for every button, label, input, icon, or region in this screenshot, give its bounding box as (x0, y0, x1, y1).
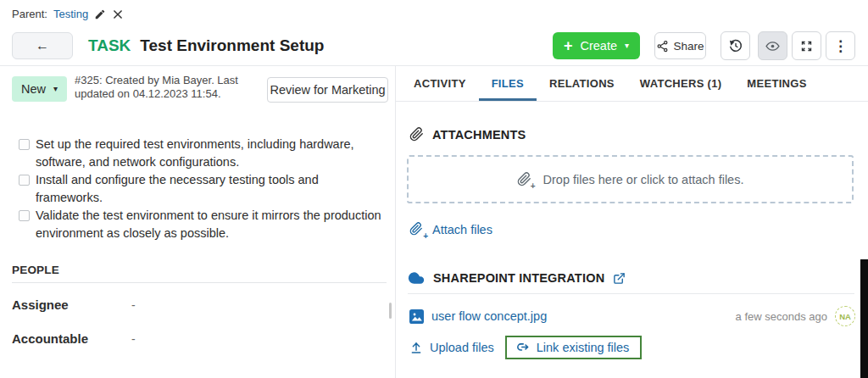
attachments-heading: ATTACHMENTS (409, 127, 526, 142)
list-item: Set up the required test environments, i… (19, 136, 388, 171)
sharepoint-heading: SHAREPOINT INTEGRATION (408, 270, 626, 286)
list-item: Install and configure the necessary test… (19, 171, 388, 207)
left-panel-scrollbar-thumb[interactable] (389, 303, 392, 319)
back-button[interactable]: ← (12, 32, 73, 59)
page-title: Test Environment Setup (140, 36, 324, 55)
tab-watchers[interactable]: WATCHERS (1) (627, 66, 735, 101)
cloud-icon (408, 270, 425, 286)
kebab-menu-icon: ⋮ (833, 37, 848, 55)
link-file-icon (515, 341, 530, 355)
checklist-item-text: Set up the required test environments, i… (36, 136, 388, 171)
create-button[interactable]: + Create ▾ (553, 32, 640, 59)
upload-files-label: Upload files (430, 341, 494, 354)
expand-icon (800, 40, 813, 53)
paperclip-icon (409, 127, 424, 142)
page-scrollbar-thumb[interactable] (860, 259, 868, 378)
tab-files[interactable]: FILES (479, 66, 537, 101)
file-timestamp: a few seconds ago (736, 310, 827, 323)
share-icon (656, 40, 669, 53)
sharepoint-divider (408, 293, 854, 294)
checklist-item-text: Validate the test environment to ensure … (36, 207, 388, 242)
accountable-label: Accountable (12, 331, 88, 346)
share-button[interactable]: Share (654, 32, 706, 59)
checkbox-unchecked[interactable] (19, 175, 30, 186)
back-arrow-icon: ← (36, 38, 49, 53)
eye-icon (765, 39, 780, 53)
remove-parent-icon[interactable] (112, 8, 124, 20)
list-item: Validate the test environment to ensure … (19, 207, 388, 242)
people-section-heading: PEOPLE (12, 264, 59, 276)
parent-label: Parent: (12, 8, 47, 20)
more-actions-button[interactable]: ⋮ (826, 31, 855, 60)
upload-icon (409, 341, 423, 354)
image-file-icon (409, 309, 424, 324)
status-dropdown[interactable]: New ▾ (12, 76, 67, 102)
link-existing-files-label: Link existing files (537, 341, 630, 354)
plus-icon: + (564, 38, 573, 53)
tab-activity[interactable]: ACTIVITY (401, 66, 479, 101)
file-actions-row: Upload files Link existing files (409, 336, 642, 359)
work-package-meta: #325: Created by Mia Bayer. Last updated… (75, 74, 273, 101)
link-existing-files-button[interactable]: Link existing files (515, 341, 630, 355)
review-for-marketing-button[interactable]: Review for Marketing (267, 77, 388, 103)
accountable-value[interactable]: - (131, 332, 136, 346)
paperclip-plus-icon: + (409, 222, 425, 237)
upload-files-button[interactable]: Upload files (409, 341, 494, 354)
tab-meetings[interactable]: MEETINGS (734, 66, 819, 101)
checkbox-unchecked[interactable] (19, 139, 30, 150)
tab-relations[interactable]: RELATIONS (537, 66, 627, 101)
attach-files-link[interactable]: + Attach files (409, 222, 492, 237)
detail-tabs: ACTIVITY FILES RELATIONS WATCHERS (1) ME… (396, 66, 868, 102)
work-package-title: TASK Test Environment Setup (88, 36, 324, 55)
attachments-heading-label: ATTACHMENTS (432, 128, 526, 142)
work-package-type[interactable]: TASK (88, 36, 131, 55)
history-icon (728, 38, 743, 53)
activity-history-button[interactable] (721, 31, 750, 60)
parent-link[interactable]: Testing (53, 8, 88, 20)
avatar: NA (835, 306, 855, 326)
checklist-item-text: Install and configure the necessary test… (36, 171, 388, 207)
file-dropzone[interactable]: + Drop files here or click to attach fil… (407, 155, 854, 203)
dropzone-text: Drop files here or click to attach files… (543, 173, 744, 186)
chevron-down-icon: ▾ (625, 42, 629, 50)
assignee-label: Assignee (12, 297, 69, 312)
fullscreen-button[interactable] (792, 31, 821, 60)
description-checklist: Set up the required test environments, i… (19, 136, 388, 242)
paperclip-plus-icon: + (517, 172, 532, 187)
share-button-label: Share (673, 40, 704, 53)
parent-bar: Parent: Testing (12, 8, 124, 20)
checkbox-unchecked[interactable] (19, 210, 30, 221)
external-link-icon[interactable] (613, 272, 626, 285)
people-divider (12, 282, 387, 283)
file-name-link[interactable]: user flow concept.jpg (431, 309, 547, 323)
watch-button[interactable] (758, 31, 787, 60)
status-label: New (21, 82, 46, 96)
panel-divider (395, 66, 396, 378)
assignee-value[interactable]: - (131, 298, 136, 312)
attach-files-label: Attach files (432, 223, 492, 236)
link-existing-files-highlight: Link existing files (505, 336, 643, 359)
sharepoint-heading-label: SHAREPOINT INTEGRATION (433, 271, 604, 285)
edit-parent-icon[interactable] (94, 8, 106, 20)
linked-file-row: user flow concept.jpg a few seconds ago … (409, 305, 855, 327)
create-button-label: Create (580, 39, 617, 53)
chevron-down-icon: ▾ (53, 85, 58, 93)
